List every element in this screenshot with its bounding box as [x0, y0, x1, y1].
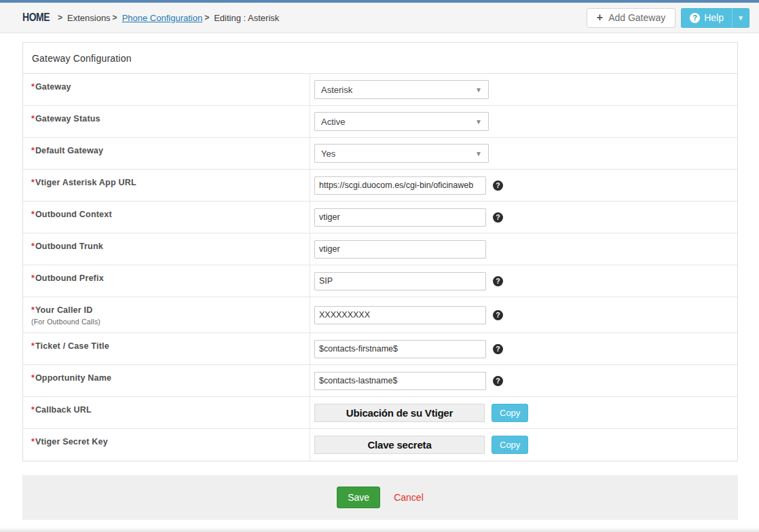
form-row-app-url: *Vtiger Asterisk App URL ?: [23, 170, 737, 202]
add-gateway-button[interactable]: + Add Gateway: [587, 8, 675, 28]
help-button-group: ? Help ▼: [681, 8, 749, 28]
help-icon[interactable]: ?: [493, 276, 503, 286]
default-gateway-select[interactable]: Yes ▼: [314, 144, 489, 163]
help-label: Help: [704, 12, 724, 23]
field-label: Opportunity Name: [35, 373, 111, 383]
gateway-status-select[interactable]: Active ▼: [314, 112, 489, 131]
outbound-trunk-input[interactable]: [314, 240, 486, 259]
chevron-down-icon: ▼: [475, 150, 482, 157]
form-row-gateway-status: *Gateway Status Active ▼: [23, 106, 737, 138]
field-label: Default Gateway: [35, 146, 103, 155]
help-icon[interactable]: ?: [493, 344, 503, 354]
secret-key-copy-button[interactable]: Copy: [492, 436, 528, 454]
selected-value: Asterisk: [321, 85, 352, 95]
field-label: Vtiger Asterisk App URL: [35, 178, 136, 187]
chevron-down-icon: ▼: [475, 118, 482, 126]
field-label: Outbound Prefix: [35, 273, 104, 283]
help-icon[interactable]: ?: [493, 180, 503, 191]
required-marker: *: [31, 242, 35, 251]
page-header: HOME > Extensions > Phone Configuration …: [0, 3, 759, 33]
panel-title: Gateway Configuration: [23, 43, 737, 74]
form-row-outbound-prefix: *Outbound Prefix ?: [23, 265, 737, 297]
caret-down-icon: ▼: [737, 14, 744, 22]
cancel-link[interactable]: Cancel: [394, 492, 424, 503]
question-circle-icon: ?: [690, 13, 700, 23]
breadcrumb-home-link[interactable]: HOME: [22, 11, 50, 24]
outbound-context-input[interactable]: [314, 208, 486, 227]
breadcrumb-current-page: Editing : Asterisk: [214, 13, 279, 23]
required-marker: *: [31, 437, 35, 446]
required-marker: *: [31, 114, 35, 124]
gateway-select[interactable]: Asterisk ▼: [314, 80, 489, 99]
required-marker: *: [31, 341, 35, 351]
form-row-outbound-trunk: *Outbound Trunk: [23, 233, 737, 265]
breadcrumb-separator: >: [58, 13, 62, 22]
callback-url-copy-button[interactable]: Copy: [492, 404, 528, 422]
field-label: Gateway Status: [35, 114, 100, 124]
help-icon[interactable]: ?: [493, 310, 503, 320]
required-marker: *: [31, 210, 35, 219]
selected-value: Active: [321, 117, 345, 127]
help-icon[interactable]: ?: [493, 376, 503, 386]
form-row-opportunity-name: *Opportunity Name ?: [23, 365, 737, 397]
form-row-outbound-context: *Outbound Context ?: [23, 202, 737, 233]
field-label: Vtiger Secret Key: [35, 437, 108, 446]
form-row-ticket-title: *Ticket / Case Title ?: [23, 333, 737, 365]
outbound-prefix-input[interactable]: [314, 272, 486, 290]
form-row-secret-key: *Vtiger Secret Key Clave secreta Copy: [23, 429, 737, 461]
add-gateway-label: Add Gateway: [608, 12, 665, 23]
bottom-shadow: [0, 527, 759, 532]
required-marker: *: [31, 373, 35, 383]
form-row-default-gateway: *Default Gateway Yes ▼: [23, 138, 737, 170]
required-marker: *: [31, 273, 35, 283]
field-label: Outbound Trunk: [35, 242, 103, 251]
help-button[interactable]: ? Help: [681, 8, 732, 28]
field-sublabel: (For Outbound Calls): [31, 318, 303, 326]
secret-key-source-button[interactable]: Clave secreta: [314, 436, 485, 454]
breadcrumb: HOME > Extensions > Phone Configuration …: [22, 11, 279, 24]
opportunity-name-input[interactable]: [314, 372, 486, 390]
field-label: Gateway: [35, 82, 71, 92]
form-row-caller-id: *Your Caller ID (For Outbound Calls) ?: [23, 297, 737, 333]
ticket-title-input[interactable]: [314, 340, 486, 358]
required-marker: *: [31, 405, 35, 415]
field-label: Outbound Context: [35, 210, 112, 219]
help-icon[interactable]: ?: [493, 212, 503, 223]
field-label: Your Caller ID: [35, 305, 93, 315]
required-marker: *: [31, 305, 35, 315]
breadcrumb-separator: >: [113, 13, 117, 22]
chevron-down-icon: ▼: [475, 86, 482, 94]
app-url-input[interactable]: [314, 176, 486, 195]
selected-value: Yes: [321, 149, 335, 159]
breadcrumb-separator: >: [204, 13, 209, 22]
form-row-callback-url: *Callback URL Ubicación de su Vtiger Cop…: [23, 397, 737, 429]
field-label: Ticket / Case Title: [35, 341, 109, 351]
form-row-gateway: *Gateway Asterisk ▼: [23, 74, 737, 106]
required-marker: *: [31, 146, 35, 155]
caller-id-input[interactable]: [314, 306, 486, 324]
required-marker: *: [31, 82, 35, 92]
required-marker: *: [31, 178, 35, 187]
form-actions-bar: Save Cancel: [22, 475, 738, 520]
gateway-configuration-panel: Gateway Configuration *Gateway Asterisk …: [22, 42, 738, 461]
field-label: Callback URL: [35, 405, 92, 415]
plus-icon: +: [597, 12, 603, 24]
help-dropdown-toggle[interactable]: ▼: [732, 8, 749, 28]
callback-url-source-button[interactable]: Ubicación de su Vtiger: [314, 404, 485, 422]
save-button[interactable]: Save: [337, 487, 380, 508]
breadcrumb-item-extensions[interactable]: Extensions: [67, 13, 111, 23]
header-actions: + Add Gateway ? Help ▼: [587, 8, 749, 28]
breadcrumb-link-phone-configuration[interactable]: Phone Configuration: [122, 13, 203, 23]
